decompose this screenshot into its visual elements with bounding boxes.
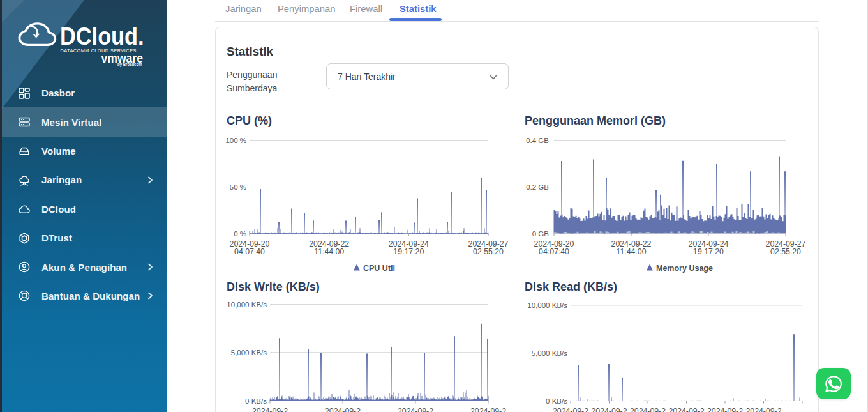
svg-text:2024-09-2: 2024-09-2 [668,407,704,412]
svg-text:DCloud.: DCloud. [60,22,144,50]
svg-text:0 %: 0 % [234,230,246,238]
svg-text:by Broadcom: by Broadcom [117,62,142,67]
svg-text:19:17:20: 19:17:20 [393,247,424,256]
svg-text:2024-09-2: 2024-09-2 [553,407,588,412]
svg-text:10,000 KB/s: 10,000 KB/s [227,301,267,309]
svg-text:2024-09-2: 2024-09-2 [325,407,361,412]
svg-text:04:07:40: 04:07:40 [539,247,569,256]
svg-text:CPU Util: CPU Util [363,264,395,273]
svg-text:19:17:20: 19:17:20 [693,247,724,256]
svg-text:0 GB: 0 GB [532,230,550,238]
svg-text:2024-09-2: 2024-09-2 [470,407,506,412]
svg-text:2024-09-2: 2024-09-2 [745,407,781,412]
svg-text:02:55:20: 02:55:20 [473,247,504,256]
svg-text:04:07:40: 04:07:40 [234,247,265,256]
svg-text:0 KB/s: 0 KB/s [245,397,267,405]
svg-text:2024-09-2: 2024-09-2 [252,407,288,412]
svg-text:0.2 GB: 0.2 GB [526,183,549,191]
svg-text:100 %: 100 % [225,137,246,144]
svg-text:11:44:00: 11:44:00 [314,247,344,256]
svg-text:02:55:20: 02:55:20 [770,247,801,256]
svg-text:50 %: 50 % [230,183,246,191]
svg-text:0 KB/s: 0 KB/s [546,397,567,405]
svg-text:2024-09-2: 2024-09-2 [630,407,666,412]
svg-text:11:44:00: 11:44:00 [617,247,647,256]
svg-text:2024-09-2: 2024-09-2 [591,407,627,412]
svg-text:2024-09-2: 2024-09-2 [398,407,433,412]
svg-text:5,000 KB/s: 5,000 KB/s [532,349,568,357]
svg-text:2024-09-2: 2024-09-2 [707,407,743,412]
svg-text:0.4 GB: 0.4 GB [526,137,549,144]
svg-text:5,000 KB/s: 5,000 KB/s [231,349,267,356]
svg-text:10,000 KB/s: 10,000 KB/s [527,301,567,309]
svg-text:Memory Usage: Memory Usage [656,264,713,273]
